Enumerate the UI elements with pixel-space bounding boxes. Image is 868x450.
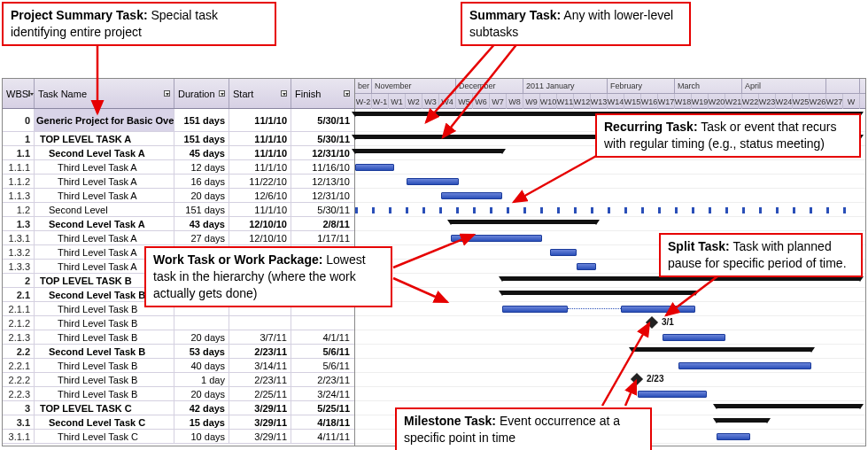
task-bar[interactable]	[663, 334, 725, 341]
milestone-diamond[interactable]	[631, 373, 643, 385]
cell-name[interactable]: Third Level Task A	[35, 160, 174, 174]
recurring-tick[interactable]	[456, 207, 459, 213]
cell-start[interactable]: 2/23/11	[229, 345, 291, 358]
cell-duration[interactable]: 42 days	[174, 401, 229, 415]
recurring-tick[interactable]	[355, 207, 358, 213]
cell-name[interactable]: Third Level Task C	[35, 430, 174, 443]
cell-name[interactable]: Second Level Task A	[35, 217, 174, 230]
recurring-tick[interactable]	[742, 207, 745, 213]
recurring-tick[interactable]	[692, 207, 694, 213]
table-row[interactable]: 1.2Second Level151 days11/1/105/30/11	[3, 203, 354, 217]
dropdown-icon[interactable]	[28, 90, 30, 97]
task-bar[interactable]	[621, 306, 695, 313]
cell-finish[interactable]: 5/25/11	[291, 401, 353, 415]
cell-name[interactable]: Third Level Task A	[35, 189, 174, 202]
cell-finish[interactable]: 5/30/11	[291, 109, 353, 131]
cell-name[interactable]: Third Level Task B	[35, 316, 174, 330]
recurring-tick[interactable]	[843, 207, 846, 213]
cell-name[interactable]: Second Level	[35, 203, 174, 216]
cell-start[interactable]: 3/29/11	[229, 401, 291, 415]
table-row[interactable]: 0Generic Project for Basic Overview151 d…	[3, 109, 354, 132]
cell-name[interactable]: TOP LEVEL TASK C	[35, 401, 174, 415]
cell-duration[interactable]	[174, 316, 229, 330]
recurring-tick[interactable]	[473, 207, 476, 213]
summary-bar[interactable]	[632, 347, 811, 352]
cell-name[interactable]: Third Level Task A	[35, 175, 174, 188]
milestone-diamond[interactable]	[646, 316, 658, 329]
table-row[interactable]: 2.1.2Third Level Task B	[3, 316, 354, 330]
summary-bar[interactable]	[355, 149, 502, 153]
cell-start[interactable]: 12/6/10	[229, 189, 291, 202]
task-bar[interactable]	[717, 433, 750, 440]
cell-finish[interactable]: 4/18/11	[291, 415, 353, 429]
cell-finish[interactable]: 3/24/11	[291, 387, 353, 400]
summary-bar[interactable]	[451, 220, 596, 224]
cell-start[interactable]: 3/14/11	[229, 359, 291, 372]
cell-duration[interactable]: 20 days	[174, 387, 229, 400]
cell-start[interactable]: 12/10/10	[229, 231, 291, 244]
cell-start[interactable]: 11/1/10	[229, 160, 291, 174]
task-bar[interactable]	[441, 192, 502, 199]
recurring-tick[interactable]	[810, 207, 812, 213]
cell-duration[interactable]: 151 days	[174, 109, 229, 131]
task-bar[interactable]	[502, 306, 568, 313]
cell-duration[interactable]: 151 days	[174, 203, 229, 216]
dropdown-icon[interactable]	[344, 90, 350, 97]
cell-finish[interactable]: 12/31/10	[291, 189, 353, 202]
recurring-tick[interactable]	[439, 207, 442, 213]
recurring-tick[interactable]	[675, 207, 678, 213]
cell-finish[interactable]: 12/13/10	[291, 175, 353, 188]
cell-start[interactable]: 3/7/11	[229, 330, 291, 344]
cell-duration[interactable]: 53 days	[174, 345, 229, 358]
column-header-wbs[interactable]: WBS	[3, 79, 35, 108]
recurring-tick[interactable]	[422, 207, 425, 213]
cell-finish[interactable]: 5/30/11	[291, 203, 353, 216]
cell-duration[interactable]: 45 days	[174, 146, 229, 159]
recurring-tick[interactable]	[523, 207, 526, 213]
table-row[interactable]: 3.1Second Level Task C15 days3/29/114/18…	[3, 415, 354, 430]
task-bar[interactable]	[638, 391, 707, 398]
cell-finish[interactable]: 11/16/10	[291, 160, 353, 174]
cell-name[interactable]: Generic Project for Basic Overview	[35, 109, 174, 131]
table-row[interactable]: 1.1Second Level Task A45 days11/1/1012/3…	[3, 146, 354, 160]
task-bar[interactable]	[577, 263, 596, 270]
cell-name[interactable]: TOP LEVEL TASK A	[35, 132, 174, 145]
recurring-tick[interactable]	[725, 207, 728, 213]
cell-duration[interactable]: 12 days	[174, 160, 229, 174]
cell-name[interactable]: Third Level Task B	[35, 373, 174, 386]
recurring-tick[interactable]	[490, 207, 492, 213]
cell-name[interactable]: Third Level Task B	[35, 387, 174, 400]
column-header-finish[interactable]: Finish	[291, 79, 353, 108]
column-header-name[interactable]: Task Name	[35, 79, 174, 108]
cell-duration[interactable]: 40 days	[174, 359, 229, 372]
cell-finish[interactable]: 1/17/11	[291, 231, 353, 244]
task-bar[interactable]	[355, 164, 394, 171]
table-row[interactable]: 3TOP LEVEL TASK C42 days3/29/115/25/11	[3, 401, 354, 415]
recurring-tick[interactable]	[776, 207, 779, 213]
table-row[interactable]: 3.1.1Third Level Task C10 days3/29/114/1…	[3, 430, 354, 444]
cell-duration[interactable]: 151 days	[174, 132, 229, 145]
table-row[interactable]: 1.1.1Third Level Task A12 days11/1/1011/…	[3, 160, 354, 175]
recurring-tick[interactable]	[608, 207, 610, 213]
recurring-tick[interactable]	[507, 207, 509, 213]
recurring-tick[interactable]	[389, 207, 391, 213]
dropdown-icon[interactable]	[164, 90, 170, 97]
table-row[interactable]: 2.2.3Third Level Task B20 days2/25/113/2…	[3, 387, 354, 401]
table-row[interactable]: 1.3.1Third Level Task A27 days12/10/101/…	[3, 231, 354, 245]
cell-duration[interactable]: 20 days	[174, 189, 229, 202]
cell-finish[interactable]: 5/6/11	[291, 345, 353, 358]
table-row[interactable]: 2.2Second Level Task B53 days2/23/115/6/…	[3, 345, 354, 359]
recurring-tick[interactable]	[624, 207, 627, 213]
recurring-tick[interactable]	[709, 207, 711, 213]
cell-duration[interactable]: 15 days	[174, 415, 229, 429]
cell-duration[interactable]: 1 day	[174, 373, 229, 386]
cell-finish[interactable]: 4/11/11	[291, 430, 353, 443]
cell-start[interactable]: 3/29/11	[229, 415, 291, 429]
cell-duration[interactable]: 20 days	[174, 330, 229, 344]
recurring-tick[interactable]	[658, 207, 661, 213]
recurring-tick[interactable]	[372, 207, 375, 213]
cell-name[interactable]: Third Level Task B	[35, 359, 174, 372]
cell-start[interactable]: 2/25/11	[229, 387, 291, 400]
column-header-duration[interactable]: Duration	[174, 79, 229, 108]
column-header-start[interactable]: Start	[229, 79, 291, 108]
